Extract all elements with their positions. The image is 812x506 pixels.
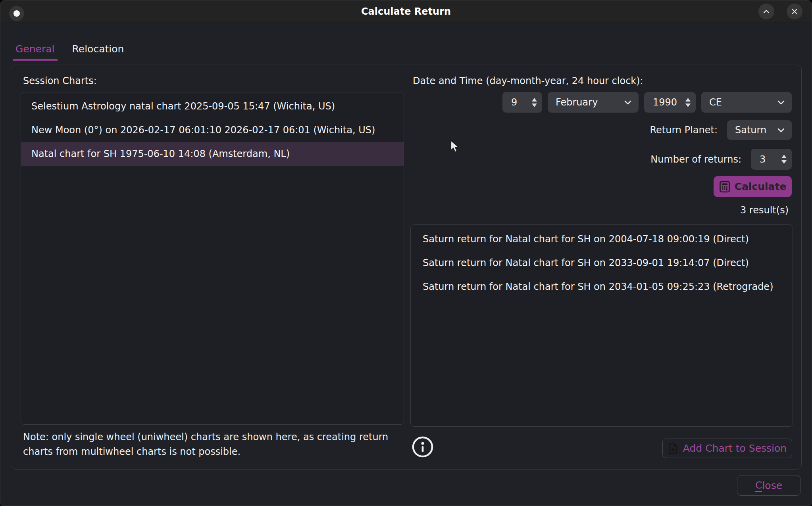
spinner-arrows-icon[interactable] — [685, 98, 691, 107]
chevron-down-icon — [777, 98, 785, 107]
shade-window-button[interactable] — [758, 4, 774, 19]
return-planet-dropdown[interactable]: Saturn — [727, 120, 792, 140]
note-text: Note: only single wheel (uniwheel) chart… — [23, 430, 404, 459]
session-charts-label: Session Charts: — [23, 75, 97, 86]
tab-general[interactable]: General — [13, 42, 58, 61]
headerbar: Calculate Return — [0, 0, 812, 23]
era-dropdown[interactable]: CE — [701, 92, 792, 113]
chevron-down-icon — [623, 98, 632, 107]
returns-spinbutton[interactable]: 3 — [751, 149, 792, 170]
calculator-icon — [719, 181, 730, 193]
result-item[interactable]: Saturn return for Natal chart for SH on … — [411, 251, 793, 275]
close-icon — [790, 7, 799, 16]
close-button[interactable]: Close — [737, 475, 800, 496]
number-of-returns-row: Number of returns: 3 — [650, 149, 792, 170]
return-planet-value: Saturn — [735, 125, 766, 136]
close-label: lose — [762, 480, 782, 491]
spinner-arrows-icon[interactable] — [532, 98, 537, 107]
close-window-button[interactable] — [787, 4, 802, 19]
results-list: Saturn return for Natal chart for SH on … — [410, 224, 793, 427]
results-count: 3 result(s) — [740, 205, 789, 216]
month-value: February — [556, 97, 598, 108]
session-charts-list: Selestium Astrology natal chart 2025-09-… — [21, 92, 404, 425]
result-item[interactable]: Saturn return for Natal chart for SH on … — [411, 227, 793, 251]
spinner-arrows-icon[interactable] — [781, 155, 787, 164]
datetime-controls: 9 February 1990 CE — [502, 92, 792, 113]
number-of-returns-label: Number of returns: — [650, 154, 741, 165]
content-frame: Session Charts: Selestium Astrology nata… — [11, 65, 802, 470]
close-label-mnemonic: C — [755, 479, 762, 492]
return-planet-label: Return Planet: — [650, 125, 718, 136]
chevron-down-icon — [777, 126, 785, 134]
result-item[interactable]: Saturn return for Natal chart for SH on … — [411, 275, 793, 299]
chevron-up-icon — [762, 7, 771, 16]
session-chart-item[interactable]: Selestium Astrology natal chart 2025-09-… — [21, 94, 404, 118]
calculate-return-dialog: Calculate Return General Relocation Sess… — [0, 0, 812, 506]
day-value: 9 — [511, 97, 517, 108]
calculate-label: Calculate — [735, 181, 787, 192]
session-chart-item-selected[interactable]: Natal chart for SH 1975-06-10 14:08 (Ams… — [21, 142, 404, 166]
month-dropdown[interactable]: February — [548, 92, 639, 113]
year-value: 1990 — [653, 97, 677, 108]
return-planet-row: Return Planet: Saturn — [650, 120, 792, 140]
tab-relocation[interactable]: Relocation — [69, 42, 127, 61]
add-chart-label: Add Chart to Session — [683, 443, 787, 454]
era-value: CE — [709, 97, 722, 108]
tab-bar: General Relocation — [13, 42, 127, 61]
datetime-label: Date and Time (day-month-year, 24 hour c… — [413, 75, 643, 86]
window-title: Calculate Return — [0, 0, 812, 23]
day-spinbutton[interactable]: 9 — [502, 92, 542, 113]
returns-value: 3 — [760, 154, 766, 165]
session-chart-item[interactable]: New Moon (0°) on 2026-02-17 06:01:10 202… — [21, 118, 404, 142]
add-chart-to-session-button[interactable]: Add Chart to Session — [662, 439, 792, 458]
calculate-button[interactable]: Calculate — [714, 176, 792, 197]
file-plus-icon — [668, 443, 678, 454]
info-icon — [411, 435, 434, 460]
year-spinbutton[interactable]: 1990 — [644, 92, 696, 113]
